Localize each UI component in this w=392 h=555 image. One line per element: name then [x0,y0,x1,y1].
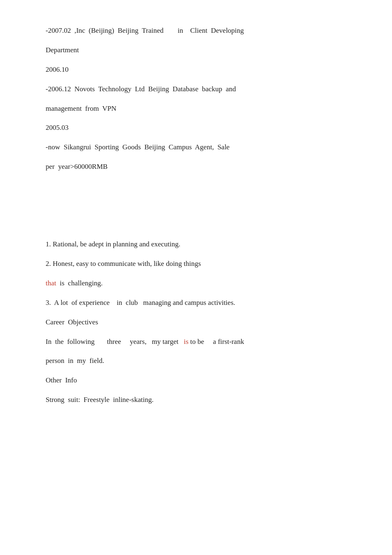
trait-2a: 2. Honest, easy to communicate with, lik… [46,258,346,270]
work-date-3: 2005.03 [46,122,346,134]
career-objectives-label: Career Objectives [46,316,346,329]
career-text-1a: In the following three years, my target … [46,336,346,348]
document-page: -2007.02 ,Inc (Beijing) Beijing Trained … [0,0,392,555]
work-line-3: -now Sikangrui Sporting Goods Beijing Ca… [46,141,346,153]
career-text-1b: person in my field. [46,355,346,367]
other-info-text: Strong suit: Freestyle inline-skating. [46,394,346,406]
trait-1: 1. Rational, be adept in planning and ex… [46,239,346,251]
work-date-2: 2006.10 [46,64,346,76]
work-line-1: -2007.02 ,Inc (Beijing) Beijing Trained … [46,25,346,37]
work-line-3b: per year>60000RMB [46,161,346,173]
highlight-that: that [46,279,56,287]
spacer-2 [46,205,346,239]
work-history-section: -2007.02 ,Inc (Beijing) Beijing Trained … [46,25,346,173]
spacer-1 [46,180,346,205]
work-line-2: -2006.12 Novots Technology Ltd Beijing D… [46,83,346,95]
trait-2b: that is challenging. [46,278,346,290]
traits-section: 1. Rational, be adept in planning and ex… [46,239,346,406]
work-line-1b: Department [46,44,346,56]
work-line-2b: management from VPN [46,103,346,115]
trait-3: 3. A lot of experience in club managing … [46,297,346,309]
other-info-label: Other Info [46,375,346,387]
highlight-is: is [184,338,188,346]
